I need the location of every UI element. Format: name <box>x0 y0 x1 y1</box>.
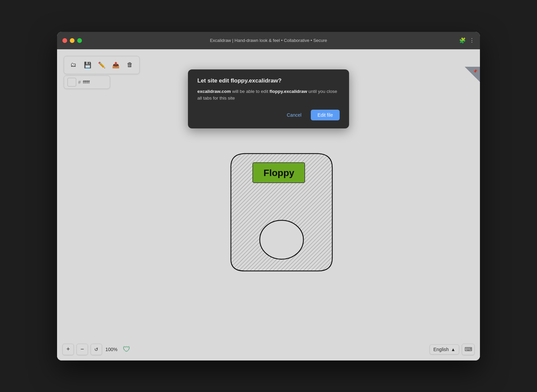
window-title: Excalidraw | Hand-drawn look & feel • Co… <box>210 38 327 43</box>
title-bar-right: 🧩 ⋮ <box>459 37 475 44</box>
menu-icon[interactable]: ⋮ <box>469 37 475 44</box>
maximize-button[interactable] <box>77 38 82 43</box>
dialog-title: Let site edit floppy.excalidraw? <box>197 77 340 84</box>
minimize-button[interactable] <box>70 38 75 43</box>
canvas-area: 📌 🗂 💾 ✏️ 📤 🗑 # <box>57 49 480 360</box>
title-bar: Excalidraw | Hand-drawn look & feel • Co… <box>57 32 480 49</box>
dialog-actions: Cancel Edit file <box>197 110 340 120</box>
dialog-body-middle: will be able to edit <box>231 89 270 94</box>
permission-dialog: Let site edit floppy.excalidraw? excalid… <box>188 69 349 129</box>
traffic-lights <box>62 38 82 43</box>
close-button[interactable] <box>62 38 67 43</box>
dialog-body: excalidraw.com will be able to edit flop… <box>197 88 340 102</box>
extensions-icon[interactable]: 🧩 <box>459 37 466 44</box>
edit-file-button[interactable]: Edit file <box>311 110 340 120</box>
dialog-overlay: Let site edit floppy.excalidraw? excalid… <box>57 49 480 360</box>
dialog-body-site: excalidraw.com <box>197 89 231 94</box>
cancel-button[interactable]: Cancel <box>281 110 307 120</box>
dialog-body-file: floppy.excalidraw <box>270 89 307 94</box>
mac-window: Excalidraw | Hand-drawn look & feel • Co… <box>57 32 480 360</box>
